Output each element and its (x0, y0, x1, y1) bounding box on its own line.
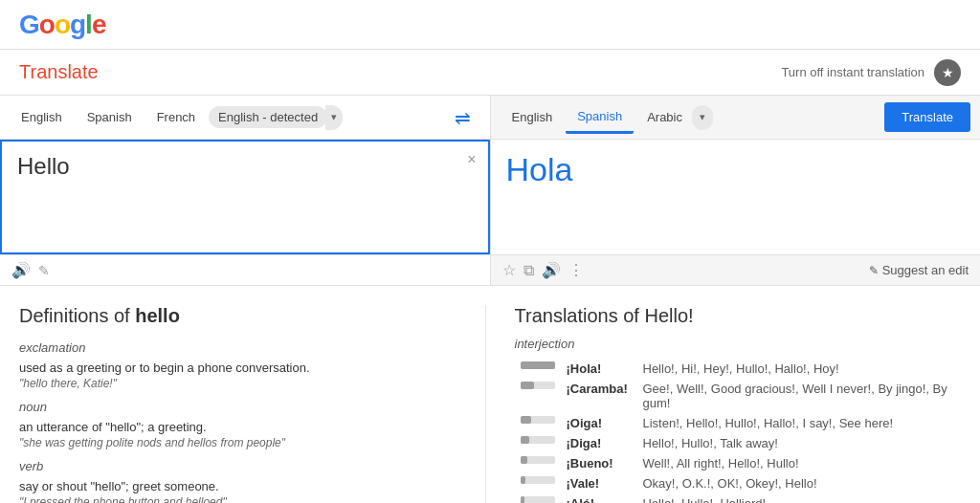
bar-container-0 (521, 361, 555, 369)
tab-spanish-source[interactable]: Spanish (76, 102, 144, 132)
def-text-0: used as a greeting or to begin a phone c… (19, 361, 466, 375)
translation-row: ¡Bueno! Well!, All right!, Hello!, Hullo… (515, 453, 962, 473)
suggest-edit-label: Suggest an edit (882, 263, 969, 277)
pos-verb: verb (19, 459, 466, 473)
tab-french-source[interactable]: French (145, 102, 207, 132)
trans-bar-0 (515, 359, 561, 379)
trans-bar-3 (515, 433, 561, 453)
left-panel: English Spanish French English - detecte… (0, 96, 491, 285)
logo-e: e (92, 10, 106, 39)
logo-l: l (85, 10, 92, 39)
bar-container-3 (521, 436, 555, 444)
translate-button[interactable]: Translate (884, 102, 970, 132)
trans-bar-4 (515, 453, 561, 473)
target-dropdown-arrow[interactable]: ▾ (692, 105, 713, 130)
bar-fill-5 (521, 476, 525, 484)
source-dropdown-arrow[interactable]: ▾ (325, 105, 343, 130)
speak-translation-icon[interactable]: 🔊 (542, 261, 561, 279)
bar-fill-2 (521, 416, 531, 424)
bar-fill-6 (521, 496, 524, 503)
target-language-tabs: English Spanish Arabic ▾ Translate (491, 96, 981, 140)
trans-word-3[interactable]: ¡Diga! (561, 433, 637, 453)
trans-bar-6 (515, 493, 561, 503)
bar-fill-1 (521, 382, 534, 389)
def-title-prefix: Definitions of (19, 305, 135, 326)
source-input-area: × Hello (0, 140, 490, 254)
source-text[interactable]: Hello (17, 153, 473, 220)
translation-row: ¡Hola! Hello!, Hi!, Hey!, Hullo!, Hallo!… (515, 359, 962, 379)
tab-spanish-target[interactable]: Spanish (566, 101, 634, 134)
trans-alts-4: Well!, All right!, Hello!, Hullo! (637, 453, 962, 473)
subheader: Translate Turn off instant translation ★ (0, 50, 980, 96)
swap-languages-button[interactable]: ⇌ (445, 100, 480, 135)
translate-container: English Spanish French English - detecte… (0, 96, 980, 286)
trans-alts-2: Listen!, Hello!, Hullo!, Hallo!, I say!,… (637, 413, 962, 433)
speak-source-icon[interactable]: 🔊 (11, 261, 31, 279)
def-text-1: an utterance of "hello"; a greeting. (19, 420, 466, 434)
copy-translation-icon[interactable]: ⧉ (523, 262, 534, 279)
def-example-2: "I pressed the phone button and helloed" (19, 495, 466, 503)
right-panel: English Spanish Arabic ▾ Translate Hola … (491, 96, 981, 285)
bar-container-4 (521, 456, 555, 464)
clear-input-button[interactable]: × (467, 151, 476, 168)
trans-alts-6: Hello!, Hullo!, Halliard! (637, 493, 962, 503)
pos-exclamation: exclamation (19, 340, 466, 355)
trans-word-5[interactable]: ¡Vale! (561, 473, 637, 493)
translation-row: ¡Vale! Okay!, O.K.!, OK!, Okey!, Hello! (515, 473, 962, 493)
tab-detected-source[interactable]: English - detected (209, 106, 327, 128)
star-translation-icon[interactable]: ☆ (502, 261, 516, 279)
translation-row: ¡Oiga! Listen!, Hello!, Hullo!, Hallo!, … (515, 413, 962, 433)
def-example-0: "hello there, Katie!" (19, 377, 466, 390)
trans-word-6[interactable]: ¡Aló! (561, 493, 637, 503)
bar-container-2 (521, 416, 555, 424)
trans-bar-1 (515, 379, 561, 413)
translations-subtitle: interjection (515, 337, 962, 351)
suggest-edit-icon: ✎ (869, 264, 879, 277)
translated-text: Hola (506, 151, 966, 188)
bar-fill-3 (521, 436, 529, 444)
definitions-section: Definitions of hello exclamation used as… (19, 305, 486, 503)
logo-g2: g (70, 10, 85, 39)
subheader-right: Turn off instant translation ★ (781, 59, 961, 86)
suggest-edit-link[interactable]: ✎ Suggest an edit (869, 263, 969, 277)
definitions-title: Definitions of hello (19, 305, 466, 327)
page-title: Translate (19, 61, 99, 83)
translation-row: ¡Caramba! Gee!, Well!, Good gracious!, W… (515, 379, 962, 413)
output-area: Hola (491, 140, 981, 254)
definitions-container: Definitions of hello exclamation used as… (0, 286, 980, 503)
pencil-icon[interactable]: ✎ (38, 263, 50, 278)
translation-row: ¡Aló! Hello!, Hullo!, Halliard! (515, 493, 962, 503)
bar-fill-4 (521, 456, 527, 464)
trans-word-2[interactable]: ¡Oiga! (561, 413, 637, 433)
trans-word-1[interactable]: ¡Caramba! (561, 379, 637, 413)
bar-fill-0 (521, 361, 555, 369)
share-translation-icon[interactable]: ⋮ (568, 261, 584, 279)
translations-table: ¡Hola! Hello!, Hi!, Hey!, Hullo!, Hallo!… (515, 359, 962, 503)
def-example-1: "she was getting polite nods and hellos … (19, 436, 466, 449)
def-text-2: say or shout "hello"; greet someone. (19, 479, 466, 493)
trans-alts-5: Okay!, O.K.!, OK!, Okey!, Hello! (637, 473, 962, 493)
logo-g: G (19, 10, 39, 39)
pos-noun: noun (19, 400, 466, 414)
trans-bar-5 (515, 473, 561, 493)
logo-o2: o (55, 10, 70, 39)
trans-word-0[interactable]: ¡Hola! (561, 359, 637, 379)
input-actions: 🔊 ✎ (0, 254, 490, 285)
turn-off-label[interactable]: Turn off instant translation (781, 65, 924, 79)
trans-alts-3: Hello!, Hullo!, Talk away! (637, 433, 962, 453)
star-button[interactable]: ★ (934, 59, 961, 86)
google-logo: Google (19, 10, 105, 40)
trans-word-4[interactable]: ¡Bueno! (561, 453, 637, 473)
bar-container-6 (521, 496, 555, 503)
tab-english-source[interactable]: English (10, 102, 74, 132)
def-word: hello (135, 305, 180, 326)
bar-container-5 (521, 476, 555, 484)
bar-container-1 (521, 382, 555, 389)
output-actions: ☆ ⧉ 🔊 ⋮ ✎ Suggest an edit (491, 254, 981, 285)
trans-alts-1: Gee!, Well!, Good gracious!, Well I neve… (637, 379, 962, 413)
tab-arabic-target[interactable]: Arabic (635, 102, 694, 132)
tab-english-target[interactable]: English (501, 102, 565, 132)
translation-row: ¡Diga! Hello!, Hullo!, Talk away! (515, 433, 962, 453)
source-language-tabs: English Spanish French English - detecte… (0, 96, 490, 140)
trans-bar-2 (515, 413, 561, 433)
